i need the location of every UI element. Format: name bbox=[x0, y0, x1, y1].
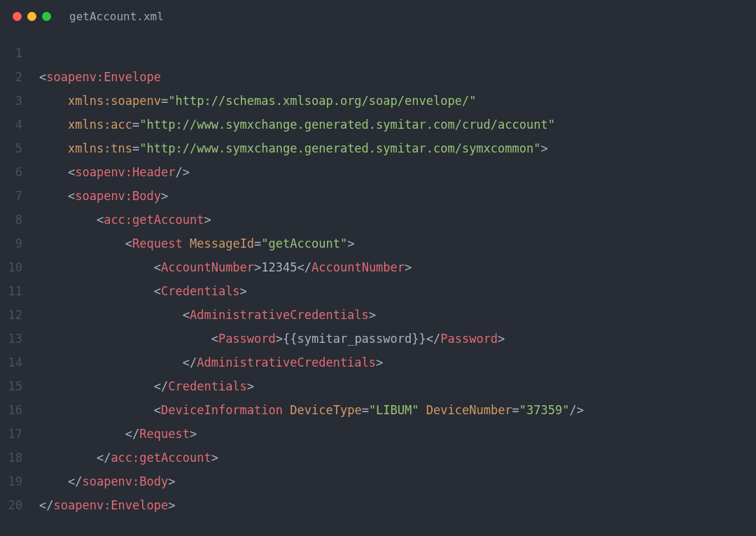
line-number: 14 bbox=[0, 351, 22, 374]
minimize-icon[interactable] bbox=[27, 12, 36, 21]
line-number: 16 bbox=[0, 398, 22, 422]
line-number: 4 bbox=[0, 113, 22, 136]
code-line: xmlns:acc="http://www.symxchange.generat… bbox=[39, 113, 756, 136]
code-line: </AdministrativeCredentials> bbox=[39, 351, 756, 374]
code-editor[interactable]: 1234567891011121314151617181920 <soapenv… bbox=[0, 29, 756, 536]
code-line: <acc:getAccount> bbox=[39, 208, 756, 232]
line-number: 11 bbox=[0, 279, 22, 303]
line-number: 15 bbox=[0, 374, 22, 398]
code-line: <soapenv:Envelope bbox=[39, 65, 756, 89]
line-number: 3 bbox=[0, 89, 22, 113]
code-line: <Request MessageId="getAccount"> bbox=[39, 232, 756, 255]
line-number: 19 bbox=[0, 470, 22, 493]
code-line: </Credentials> bbox=[39, 374, 756, 398]
code-line: </soapenv:Body> bbox=[39, 470, 756, 493]
traffic-lights bbox=[13, 12, 51, 21]
line-number: 18 bbox=[0, 446, 22, 470]
line-number: 12 bbox=[0, 303, 22, 327]
code-line: </acc:getAccount> bbox=[39, 446, 756, 470]
code-line: </Request> bbox=[39, 422, 756, 446]
line-number: 2 bbox=[0, 65, 22, 89]
line-number: 6 bbox=[0, 160, 22, 184]
code-line: xmlns:tns="http://www.symxchange.generat… bbox=[39, 136, 756, 160]
code-line bbox=[39, 517, 756, 536]
code-line: <soapenv:Header/> bbox=[39, 160, 756, 184]
line-number: 13 bbox=[0, 327, 22, 351]
code-line: xmlns:soapenv="http://schemas.xmlsoap.or… bbox=[39, 89, 756, 113]
code-line: <AdministrativeCredentials> bbox=[39, 303, 756, 327]
code-line: <Password>{{symitar_password}}</Password… bbox=[39, 327, 756, 351]
line-number: 9 bbox=[0, 232, 22, 255]
code-line: <Credentials> bbox=[39, 279, 756, 303]
line-number: 1 bbox=[0, 41, 22, 65]
filename-label: getAccount.xml bbox=[69, 10, 164, 23]
code-line: <DeviceInformation DeviceType="LIBUM" De… bbox=[39, 398, 756, 422]
line-number: 10 bbox=[0, 255, 22, 279]
code-line: <AccountNumber>12345</AccountNumber> bbox=[39, 255, 756, 279]
line-number: 20 bbox=[0, 493, 22, 517]
titlebar: getAccount.xml bbox=[0, 0, 756, 29]
code-line: </soapenv:Envelope> bbox=[39, 493, 756, 517]
line-number: 17 bbox=[0, 422, 22, 446]
close-icon[interactable] bbox=[13, 12, 22, 21]
line-number: 8 bbox=[0, 208, 22, 232]
code-line: <soapenv:Body> bbox=[39, 184, 756, 208]
maximize-icon[interactable] bbox=[42, 12, 51, 21]
line-number-gutter: 1234567891011121314151617181920 bbox=[0, 41, 39, 536]
code-content[interactable]: <soapenv:Envelope xmlns:soapenv="http://… bbox=[39, 41, 756, 536]
line-number: 5 bbox=[0, 136, 22, 160]
line-number: 7 bbox=[0, 184, 22, 208]
